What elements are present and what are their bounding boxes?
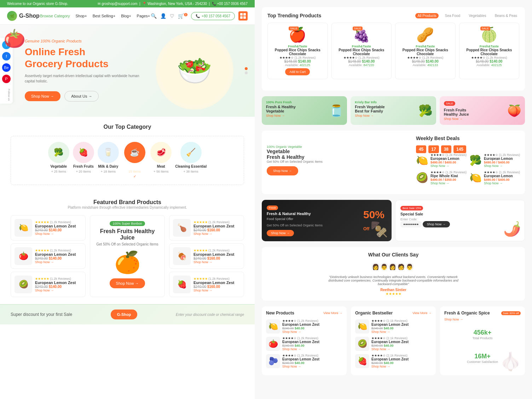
heart-icon[interactable]: ♡ <box>170 13 174 19</box>
trending-product-3: 🥜 Fresh&Taste Popped Rice Chips Snacks C… <box>395 23 456 79</box>
tab-all-products[interactable]: All Products <box>415 13 438 18</box>
nav-best-selling[interactable]: Best Selling+ <box>93 14 116 18</box>
about-us-button[interactable]: About Us → <box>64 91 99 102</box>
banner-icon-1: 🫙 <box>329 104 343 117</box>
promo-dark-food-icon: 🍢 <box>370 221 388 238</box>
promo-dark-shop[interactable]: Shop Now → <box>267 230 294 236</box>
spice-shop[interactable]: Shop Now → <box>444 318 521 321</box>
cat-item-coffee[interactable]: ☕ Coffe & Drinks 15 Items ✓ <box>122 142 147 179</box>
new-product-3: 🫐 ★★★★☆ (1.2k Reviews) European Lemon Ze… <box>266 354 342 368</box>
dot-1[interactable] <box>245 67 248 70</box>
org-shop-1[interactable]: Shop Now → <box>371 330 409 334</box>
user-icon[interactable]: 👤 <box>160 13 166 19</box>
wd-info-3: ★★★★☆ (1.2k Reviews) Ripe Whole Kiwi $49… <box>430 170 467 185</box>
new-shop-1[interactable]: Shop Now → <box>282 330 319 334</box>
center-shop-button[interactable]: Shop Now → <box>110 278 145 288</box>
sale-badge-2: SALE <box>353 27 363 30</box>
featured-product-1: 🍋 ★★★★★ (1.2k Reviews) European Lemon Ze… <box>11 215 86 241</box>
tab-vegetables[interactable]: Vegetables <box>467 13 488 18</box>
product-link-4[interactable]: Shop Now → <box>193 232 240 236</box>
cart-icon[interactable]: 🛒0 <box>178 13 187 19</box>
facebook-icon[interactable]: f <box>2 52 11 60</box>
product-info-2: ★★★★★ (1.2k Reviews) European Lemon Zest… <box>35 249 82 264</box>
hours-box: 45 <box>416 145 426 153</box>
trending-product-2-available: Available: 847220 <box>335 63 388 67</box>
center-title: Fresh Fruits Healthy Juice <box>96 228 159 241</box>
wd-shop-3[interactable]: Shop Now → <box>430 181 467 185</box>
new-products-view-more[interactable]: View More → <box>323 311 342 315</box>
wd-product-3: 🥝 ★★★★☆ (1.2k Reviews) Ripe Whole Kiwi $… <box>416 170 467 185</box>
wd-img-3: 🥝 <box>416 172 428 184</box>
sale-badge-1: SALE <box>289 27 299 30</box>
categories-title: Our Top Category <box>11 124 244 130</box>
product-link-3[interactable]: Shop Now → <box>35 289 82 292</box>
tab-sea-food[interactable]: Sea Food <box>443 13 462 18</box>
trending-product-4-price: $148.00 $140.00 <box>463 59 516 63</box>
slider-dots <box>245 67 248 74</box>
nav-blog[interactable]: Blog+ <box>121 14 131 18</box>
new-shop-3[interactable]: Shop Now → <box>282 365 319 368</box>
wd-shop-4[interactable]: Shop Now → <box>484 181 520 185</box>
center-image: 🍊 <box>114 250 141 275</box>
phone-button[interactable]: 📞 +80 157 058 4567 <box>191 12 235 20</box>
stat-label-products: Total Products <box>449 336 516 340</box>
dot-2[interactable] <box>245 71 248 74</box>
new-products-col: New Products View More → 🍋 ★★★★☆ (1.2k R… <box>262 306 347 375</box>
weekly-deals-header: 100% Organic Vegetable VegetableFresh & … <box>267 135 520 185</box>
top-bar: Welcome to our Organic store G-Shop. ✉ g… <box>0 0 255 7</box>
cat-item-cleaning[interactable]: 🧹 Cleaning Essential + 38 Items <box>175 142 207 179</box>
tab-beans-peas[interactable]: Beans & Peas <box>493 13 519 18</box>
org-shop-3[interactable]: Shop Now → <box>371 365 409 368</box>
organic-product-2-img: 🥝 <box>355 337 369 351</box>
search-icon[interactable]: 🔍 <box>151 13 157 19</box>
trending-product-2-rating: ★★★★☆ (1.2k Reviews) <box>335 56 388 59</box>
product-link-1[interactable]: Shop Now → <box>35 232 82 236</box>
trending-tabs: All Products Sea Food Vegetables Beans &… <box>415 13 519 18</box>
trending-title: Top Trending Products <box>267 13 321 18</box>
cat-item-vegetable[interactable]: 🥦 Vegetable + 25 Items <box>48 142 69 179</box>
behance-icon[interactable]: Be <box>2 63 11 72</box>
organic-title: Organic Bestseller <box>355 311 393 316</box>
cat-item-dairy[interactable]: 🥛 Milk & Dairy + 18 Items <box>98 142 119 179</box>
organic-view-more[interactable]: View More → <box>412 311 432 315</box>
trending-product-3-icon: 🥜 <box>416 27 434 42</box>
add-to-cart-1[interactable]: Add to Cart <box>285 68 310 75</box>
promo-light-shop[interactable]: Shop Now → <box>423 221 450 227</box>
product-img-5: 🍖 <box>173 247 191 265</box>
cat-label-dairy: Milk & Dairy <box>98 164 118 168</box>
nav-shop[interactable]: Shop+ <box>76 14 87 18</box>
cat-item-meat[interactable]: 🥩 Meat + 56 Items <box>150 142 172 179</box>
logo-icon: 🌿 <box>7 11 17 21</box>
pinterest-icon[interactable]: P <box>2 75 11 83</box>
cat-selected-indicator: ✓ <box>132 173 138 179</box>
new-products-header: New Products View More → <box>266 311 342 316</box>
nav-pages[interactable]: Pages+ <box>137 14 150 18</box>
banner-shop-3[interactable]: Shop Now → <box>444 117 521 121</box>
product-link-2[interactable]: Shop Now → <box>35 260 82 264</box>
new-shop-2[interactable]: Shop Now → <box>282 347 319 351</box>
shop-now-button[interactable]: Shop Now → <box>25 91 60 101</box>
trending-product-1: 🍎 SALE Fresh&Taste Popped Rice Chips Sna… <box>267 23 328 79</box>
wd-shop-2[interactable]: Shop Now → <box>484 164 520 168</box>
product-link-5[interactable]: Shop Now → <box>193 260 240 264</box>
cat-sub-meat: + 56 Items <box>154 170 168 173</box>
menu-grid-button[interactable] <box>238 11 248 21</box>
logo[interactable]: 🌿 G-Shop <box>7 11 40 21</box>
footer-shop-button[interactable]: G-Shop <box>111 310 138 319</box>
wd-shop-button[interactable]: Shop Now → <box>267 166 298 175</box>
promo-code-box: ●●●●●●●● <box>400 221 422 227</box>
footer-discount-text: Super discount for your first Sale <box>11 312 72 317</box>
product-link-6[interactable]: Shop Now → <box>193 289 240 292</box>
organic-product-3-info: ★★★★☆ (2.1k Reviews) European Lemon Zest… <box>371 354 409 368</box>
cat-label-vegetable: Vegetable <box>50 164 67 168</box>
banner-best-family: Krisly Bar Info Fresh VegetableBest for … <box>351 96 436 125</box>
coffee-icon: ☕ <box>124 142 145 163</box>
promo-light-sub: Enter Code: <box>400 218 520 221</box>
nav-browse[interactable]: Browse Category <box>40 14 70 18</box>
cat-item-fruits[interactable]: 🍓 Fresh Fruits + 20 Items <box>73 142 94 179</box>
banner-icon-3: 🍑 <box>507 104 521 117</box>
trending-product-4-available: Available: 402125 <box>463 63 516 67</box>
org-shop-2[interactable]: Shop Now → <box>371 347 409 351</box>
wd-shop-1[interactable]: Shop Now → <box>430 164 467 168</box>
trending-product-1-price: $148.00 $140.00 <box>271 59 324 63</box>
